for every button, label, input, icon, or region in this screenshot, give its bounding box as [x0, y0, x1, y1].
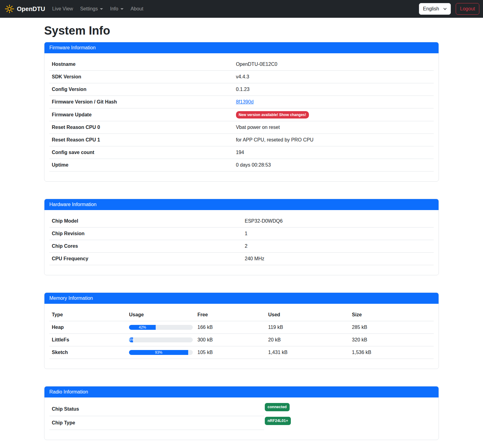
- hardware-information-card: Hardware Information Chip Model ESP32-D0…: [44, 199, 439, 275]
- firmware-table: Hostname OpenDTU-0E12C0 SDK Version v4.4…: [49, 58, 434, 171]
- table-row: SDK Version v4.4.3: [49, 71, 434, 83]
- git-hash-link[interactable]: 8f1390d: [236, 99, 254, 104]
- table-row: Config Version 0.1.23: [49, 83, 434, 96]
- littlefs-used-value: 20 kB: [266, 334, 349, 346]
- table-row: Sketch 93% 105 kB 1,431 kB 1,536 kB: [49, 346, 434, 359]
- nav-links: Live View Settings Info About: [49, 4, 148, 14]
- row-label: SDK Version: [49, 72, 234, 82]
- column-header-usage: Usage: [127, 309, 195, 321]
- card-header-hardware: Hardware Information: [44, 199, 439, 210]
- chevron-down-icon: [443, 7, 447, 11]
- table-row: Chip Cores 2: [49, 240, 434, 253]
- nav-item-label: About: [131, 6, 143, 12]
- table-row: Uptime 0 days 00:28:53: [49, 159, 434, 171]
- table-row: Chip Model ESP32-D0WDQ6: [49, 215, 434, 228]
- memory-type-label: Sketch: [49, 346, 127, 359]
- navbar-right: English Logout: [419, 3, 479, 15]
- sketch-usage-progressbar: 93%: [129, 350, 193, 355]
- hostname-value: OpenDTU-0E12C0: [234, 59, 434, 69]
- card-header-firmware: Firmware Information: [44, 42, 439, 53]
- navbar: OpenDTU Live View Settings Info About En…: [0, 0, 483, 18]
- language-select[interactable]: English: [419, 3, 451, 15]
- memory-table: Type Usage Free Used Size Heap 42% 166 k…: [49, 309, 434, 359]
- sun-icon: [5, 4, 14, 13]
- column-header-size: Size: [349, 309, 434, 321]
- sketch-free-value: 105 kB: [195, 346, 266, 359]
- littlefs-free-value: 300 kB: [195, 334, 266, 346]
- main-container: System Info Firmware Information Hostnam…: [44, 24, 439, 440]
- nav-item-label: Settings: [80, 6, 98, 12]
- row-label: Reset Reason CPU 0: [49, 122, 234, 132]
- nav-item-info[interactable]: Info: [107, 4, 126, 14]
- table-row: LittleFs 6% 300 kB 20 kB 320 kB: [49, 334, 434, 346]
- table-row: Hostname OpenDTU-0E12C0: [49, 58, 434, 71]
- row-label: Uptime: [49, 160, 234, 170]
- config-save-count-value: 194: [234, 148, 434, 157]
- card-header-radio: Radio Information: [44, 386, 439, 397]
- memory-type-label: LittleFs: [49, 334, 127, 346]
- row-label: Hostname: [49, 59, 234, 69]
- heap-size-value: 285 kB: [349, 321, 434, 333]
- column-header-type: Type: [49, 309, 127, 321]
- table-row: Chip Revision 1: [49, 228, 434, 240]
- table-row: Chip Status connected: [49, 402, 434, 416]
- logout-button[interactable]: Logout: [456, 3, 479, 15]
- memory-type-label: Heap: [49, 321, 127, 333]
- sdk-version-value: v4.4.3: [234, 72, 434, 82]
- heap-free-value: 166 kB: [195, 321, 266, 333]
- column-header-used: Used: [266, 309, 349, 321]
- littlefs-size-value: 320 kB: [349, 334, 434, 346]
- row-label: Chip Cores: [49, 241, 242, 251]
- nav-item-live-view[interactable]: Live View: [49, 4, 76, 14]
- row-label: Config Version: [49, 85, 234, 94]
- row-label: Firmware Update: [49, 110, 234, 120]
- caret-down-icon: [100, 8, 103, 10]
- table-header-row: Type Usage Free Used Size: [49, 309, 434, 321]
- progressbar-fill: 93%: [129, 350, 188, 355]
- nav-item-label: Info: [110, 6, 118, 12]
- nav-item-settings[interactable]: Settings: [77, 4, 106, 14]
- reset-reason-cpu1-value: for APP CPU, reseted by PRO CPU: [234, 135, 434, 145]
- row-label: Firmware Version / Git Hash: [49, 97, 234, 107]
- row-label: CPU Frequency: [49, 254, 242, 264]
- reset-reason-cpu0-value: Vbat power on reset: [234, 122, 434, 132]
- heap-usage-progressbar: 42%: [129, 325, 193, 330]
- table-row: Heap 42% 166 kB 119 kB 285 kB: [49, 321, 434, 334]
- nav-item-about[interactable]: About: [128, 4, 146, 14]
- chip-type-badge: nRF24L01+: [265, 417, 291, 425]
- heap-used-value: 119 kB: [266, 321, 349, 333]
- nav-item-label: Live View: [52, 6, 73, 12]
- chip-cores-value: 2: [242, 241, 434, 251]
- language-select-value: English: [423, 6, 439, 12]
- cpu-frequency-value: 240 MHz: [242, 254, 434, 264]
- table-row: Firmware Update New version available! S…: [49, 108, 434, 121]
- table-row: Config save count 194: [49, 146, 434, 159]
- sketch-used-value: 1,431 kB: [266, 346, 349, 359]
- row-label: Chip Model: [49, 216, 242, 226]
- hardware-table: Chip Model ESP32-D0WDQ6 Chip Revision 1 …: [49, 215, 434, 265]
- brand-link[interactable]: OpenDTU: [5, 4, 45, 13]
- row-label: Chip Type: [49, 416, 264, 430]
- littlefs-usage-progressbar: 6%: [129, 337, 193, 342]
- table-row: CPU Frequency 240 MHz: [49, 253, 434, 265]
- table-row: Chip Type nRF24L01+: [49, 416, 434, 430]
- config-version-value: 0.1.23: [234, 85, 434, 94]
- radio-information-card: Radio Information Chip Status connected …: [44, 386, 439, 440]
- radio-table: Chip Status connected Chip Type nRF24L01…: [49, 402, 434, 430]
- new-version-badge[interactable]: New version available! Show changes!: [236, 111, 309, 119]
- caret-down-icon: [120, 8, 124, 10]
- brand-label: OpenDTU: [17, 6, 45, 13]
- table-row: Reset Reason CPU 0 Vbat power on reset: [49, 121, 434, 134]
- chip-revision-value: 1: [242, 229, 434, 239]
- chip-status-badge: connected: [265, 403, 290, 411]
- row-label: Chip Revision: [49, 229, 242, 239]
- progressbar-fill: 6%: [129, 337, 133, 342]
- firmware-information-card: Firmware Information Hostname OpenDTU-0E…: [44, 42, 439, 182]
- page-title: System Info: [44, 24, 439, 37]
- table-row: Reset Reason CPU 1 for APP CPU, reseted …: [49, 134, 434, 146]
- row-label: Chip Status: [49, 402, 264, 416]
- row-label: Config save count: [49, 148, 234, 157]
- memory-information-card: Memory Information Type Usage Free Used …: [44, 292, 439, 369]
- sketch-size-value: 1,536 kB: [349, 346, 434, 359]
- chip-model-value: ESP32-D0WDQ6: [242, 216, 434, 226]
